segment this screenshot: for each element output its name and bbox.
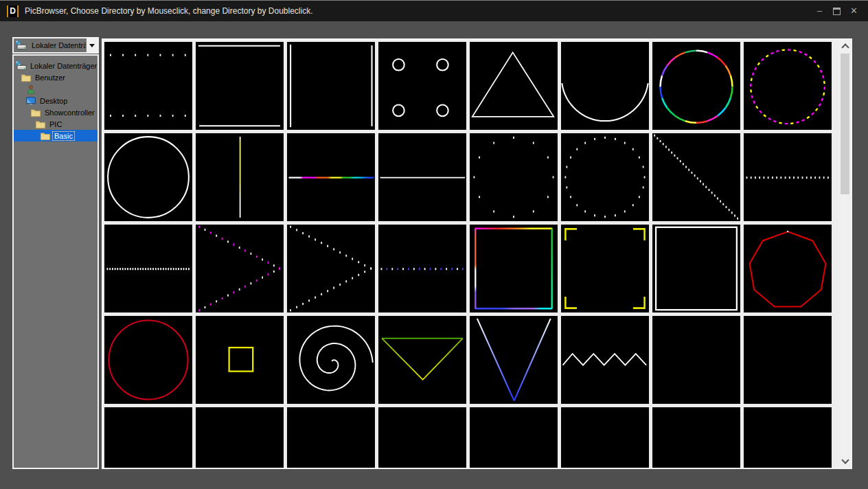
titlebar[interactable]: D PicBrowser, Choose Directory by Mousec… (0, 1, 868, 21)
tree-item-user[interactable] (14, 83, 98, 95)
thumbnail-cell-31[interactable] (652, 316, 740, 404)
thumbnail-cell-24[interactable] (744, 225, 832, 312)
scrollbar-thumb[interactable] (841, 54, 849, 194)
thumbnail-cell-7[interactable] (652, 42, 740, 130)
thumbnail-cell-33[interactable] (104, 407, 192, 468)
thumbnail-shape-vLineGrad (196, 133, 284, 221)
thumbnail-shape-empty (470, 407, 558, 468)
thumbnail-cell-25[interactable] (104, 316, 192, 404)
thumbnail-shape-arcU (561, 42, 649, 130)
thumbnail-shape-hLines (196, 42, 284, 130)
folder-icon (40, 131, 51, 141)
folder-icon (21, 73, 32, 82)
thumbnail-cell-11[interactable] (287, 133, 375, 221)
thumbnail-shape-hLineDots (744, 133, 832, 221)
thumbnail-shape-circle (104, 316, 192, 404)
dropdown-button[interactable] (86, 38, 98, 52)
thumbnail-cell-40[interactable] (744, 407, 832, 468)
thumbnail-cell-14[interactable] (561, 133, 649, 221)
thumbnail-shape-empty (744, 407, 832, 468)
thumbnail-shape-square (652, 225, 740, 312)
thumbnail-cell-13[interactable] (470, 133, 558, 221)
thumbnail-cell-23[interactable] (652, 225, 740, 312)
thumbnail-shape-empty (104, 407, 192, 468)
tree-item-label: Desktop (38, 97, 69, 105)
thumbnail-cell-15[interactable] (652, 133, 740, 221)
thumbnail-shape-chevronDots (287, 225, 375, 312)
thumbnail-cell-3[interactable] (287, 42, 375, 130)
picbrowser-window: D PicBrowser, Choose Directory by Mousec… (0, 0, 868, 489)
drive-icon (16, 41, 27, 50)
thumbnail-cell-18[interactable] (196, 225, 284, 312)
thumbnail-cell-38[interactable] (561, 407, 649, 468)
thumbnail-cell-10[interactable] (196, 133, 284, 221)
thumbnail-cell-5[interactable] (470, 42, 558, 130)
thumbnail-shape-circleDots (561, 133, 649, 221)
thumbnail-shape-diagDots (652, 133, 740, 221)
window-title: PicBrowser, Choose Directory by Mousecli… (25, 6, 811, 16)
thumbnail-shape-spiral (287, 316, 375, 404)
close-button[interactable]: ✕ (845, 1, 863, 21)
folder-icon (30, 108, 41, 117)
thumbnail-shape-fourCircles (378, 42, 466, 130)
thumbnail-cell-30[interactable] (561, 316, 649, 404)
thumbnail-cell-19[interactable] (287, 225, 375, 312)
thumbnail-cell-27[interactable] (287, 316, 375, 404)
thumbnail-cell-12[interactable] (378, 133, 466, 221)
thumbnail-cell-9[interactable] (104, 133, 192, 221)
thumbnail-shape-hLineGrad (287, 133, 375, 221)
thumbnail-cell-20[interactable] (378, 225, 466, 312)
thumbnail-cell-1[interactable] (104, 42, 192, 130)
thumbnail-shape-empty (378, 407, 466, 468)
minimize-button[interactable]: – (811, 1, 828, 21)
maximize-button[interactable] (828, 1, 845, 21)
thumbnail-cell-32[interactable] (744, 316, 832, 404)
thumbnail-cell-6[interactable] (561, 42, 649, 130)
thumbnail-grid (103, 40, 839, 468)
thumbnail-cell-28[interactable] (378, 316, 466, 404)
thumbnail-cell-34[interactable] (196, 407, 284, 468)
thumbnail-shape-empty (287, 407, 375, 468)
tree-item-basic[interactable]: Basic (14, 130, 98, 141)
scroll-up-button[interactable] (839, 41, 851, 52)
thumbnail-shape-square (196, 316, 284, 404)
thumbnail-cell-35[interactable] (287, 407, 375, 468)
thumbnail-shape-empty (561, 407, 649, 468)
tree-item-benutzer[interactable]: Benutzer (14, 71, 98, 83)
maximize-icon (833, 8, 841, 15)
tree-item-pic[interactable]: PIC (14, 118, 98, 130)
thumbnail-cell-22[interactable] (561, 225, 649, 312)
thumbnail-cell-17[interactable] (104, 225, 192, 312)
directory-tree: Lokaler Datenträger (CBenutzerDesktopSho… (12, 54, 99, 469)
chevron-down-icon (841, 456, 849, 464)
thumbnail-cell-36[interactable] (378, 407, 466, 468)
user-icon (25, 84, 36, 94)
thumbnail-shape-hLineDots (378, 225, 466, 312)
thumbnail-panel (102, 38, 852, 469)
tree-item-label: Benutzer (34, 73, 67, 82)
thumbnail-shape-vLines (287, 42, 375, 130)
thumbnail-cell-4[interactable] (378, 42, 466, 130)
thumbnail-shape-corners (561, 225, 649, 312)
tree-item-lokaler-datentr-ger-c[interactable]: Lokaler Datenträger (C (14, 60, 98, 71)
thumbnail-cell-21[interactable] (470, 225, 558, 312)
thumbnail-cell-39[interactable] (652, 407, 740, 468)
thumbnail-shape-circleDots (470, 133, 558, 221)
thumbnail-cell-26[interactable] (196, 316, 284, 404)
drive-selector[interactable]: Lokaler Datenträ (12, 37, 99, 54)
tree-item-label: Basic (53, 132, 74, 140)
thumbnail-cell-16[interactable] (744, 133, 832, 221)
thumbnail-cell-37[interactable] (470, 407, 558, 468)
thumbnail-shape-triangle (470, 42, 558, 130)
thumbnail-cell-8[interactable] (744, 42, 832, 130)
thumbnail-shape-dotRows (104, 42, 192, 130)
tree-item-showcontroller[interactable]: Showcontroller (14, 106, 98, 118)
tree-item-desktop[interactable]: Desktop (14, 95, 98, 106)
chevron-down-icon (89, 44, 95, 47)
thumbnail-shape-vee (470, 316, 558, 404)
vertical-scrollbar[interactable] (839, 40, 851, 468)
thumbnail-cell-29[interactable] (470, 316, 558, 404)
scroll-down-button[interactable] (839, 456, 851, 466)
thumbnail-cell-2[interactable] (196, 42, 284, 130)
tree-item-label: PIC (48, 120, 63, 128)
